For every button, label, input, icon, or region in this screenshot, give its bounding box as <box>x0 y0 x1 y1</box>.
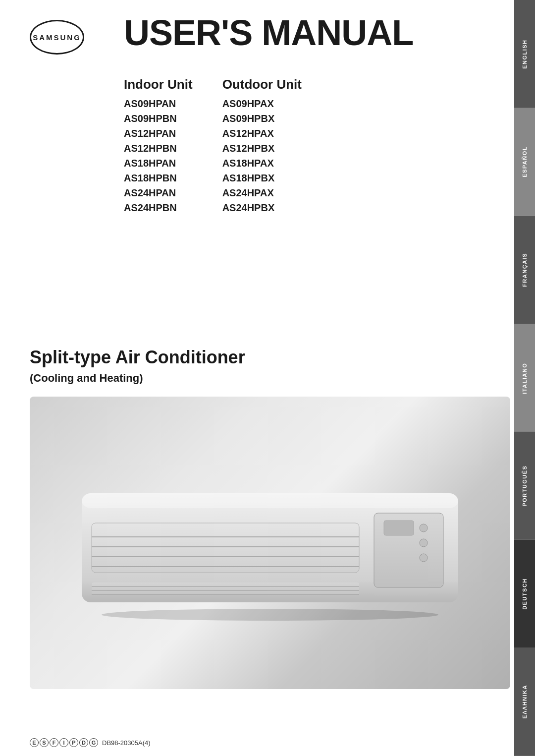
logo-oval: SAMSUNG <box>30 20 84 55</box>
tab-english-label: ENGLISH <box>522 39 528 68</box>
tab-greek[interactable]: ΕΛΛΗΝΙΚΑ <box>514 648 535 756</box>
product-title: Split-type Air Conditioner <box>30 347 510 368</box>
footer-icon-s: S <box>40 738 49 747</box>
models-area: Indoor Unit AS09HPAN AS09HPBN AS12HPAN A… <box>124 77 510 215</box>
svg-point-12 <box>420 554 428 562</box>
language-sidebar: ENGLISH ESPAÑOL FRANÇAIS ITALIANO PORTUG… <box>514 0 535 756</box>
footer-doc-number: DB98-20305A(4) <box>102 739 151 747</box>
footer-icon-p: P <box>69 738 78 747</box>
indoor-model-3: AS12HPAN <box>124 126 193 141</box>
svg-point-11 <box>420 539 428 547</box>
ac-unit-svg <box>67 464 473 622</box>
outdoor-model-3: AS12HPAX <box>222 126 302 141</box>
samsung-logo: SAMSUNG <box>30 20 84 55</box>
tab-portugues[interactable]: PORTUGUÊS <box>514 432 535 540</box>
title-area: USER'S MANUAL <box>124 15 510 51</box>
tab-english[interactable]: ENGLISH <box>514 0 535 108</box>
page-wrapper: ENGLISH ESPAÑOL FRANÇAIS ITALIANO PORTUG… <box>0 0 535 756</box>
svg-point-10 <box>420 524 428 532</box>
outdoor-model-1: AS09HPAX <box>222 96 302 111</box>
product-subtitle: (Cooling and Heating) <box>30 372 510 385</box>
tab-italiano-label: ITALIANO <box>522 362 528 394</box>
indoor-unit-column: Indoor Unit AS09HPAN AS09HPBN AS12HPAN A… <box>124 77 193 215</box>
tab-portugues-label: PORTUGUÊS <box>522 465 528 507</box>
logo-area: SAMSUNG <box>30 20 84 55</box>
tab-francais[interactable]: FRANÇAIS <box>514 216 535 324</box>
indoor-model-4: AS12HPBN <box>124 141 193 156</box>
footer-icon-d: D <box>79 738 88 747</box>
main-title: USER'S MANUAL <box>124 15 510 51</box>
outdoor-model-7: AS24HPAX <box>222 185 302 200</box>
outdoor-unit-heading: Outdoor Unit <box>222 77 302 92</box>
footer-icon-i: I <box>59 738 68 747</box>
outdoor-model-2: AS09HPBX <box>222 111 302 126</box>
svg-point-0 <box>102 609 438 621</box>
svg-rect-13 <box>92 582 359 595</box>
indoor-model-6: AS18HPBN <box>124 171 193 185</box>
footer-icon-g: G <box>89 738 98 747</box>
product-title-area: Split-type Air Conditioner (Cooling and … <box>30 347 510 385</box>
indoor-model-7: AS24HPAN <box>124 185 193 200</box>
footer-icon-e: E <box>30 738 39 747</box>
outdoor-model-8: AS24HPBX <box>222 200 302 215</box>
indoor-model-1: AS09HPAN <box>124 96 193 111</box>
outdoor-model-4: AS12HPBX <box>222 141 302 156</box>
indoor-model-8: AS24HPBN <box>124 200 193 215</box>
tab-deutsch[interactable]: DEUTSCH <box>514 540 535 648</box>
indoor-unit-heading: Indoor Unit <box>124 77 193 92</box>
outdoor-unit-column: Outdoor Unit AS09HPAX AS09HPBX AS12HPAX … <box>222 77 302 215</box>
indoor-model-5: AS18HPAN <box>124 156 193 171</box>
tab-espanol-label: ESPAÑOL <box>522 146 528 177</box>
footer-icons: E S F I P D G <box>30 738 98 747</box>
tab-deutsch-label: DEUTSCH <box>522 578 528 610</box>
logo-text: SAMSUNG <box>33 33 81 42</box>
indoor-model-2: AS09HPBN <box>124 111 193 126</box>
tab-francais-label: FRANÇAIS <box>522 253 528 287</box>
footer-icon-f: F <box>50 738 58 747</box>
product-image <box>30 397 510 689</box>
tab-italiano[interactable]: ITALIANO <box>514 324 535 432</box>
footer-area: E S F I P D G DB98-20305A(4) <box>30 738 510 747</box>
ac-unit-container <box>54 426 486 660</box>
tab-greek-label: ΕΛΛΗΝΙΚΑ <box>522 685 528 719</box>
outdoor-model-5: AS18HPAX <box>222 156 302 171</box>
outdoor-model-6: AS18HPBX <box>222 171 302 185</box>
svg-rect-3 <box>92 523 359 573</box>
svg-rect-9 <box>384 521 414 535</box>
tab-espanol[interactable]: ESPAÑOL <box>514 108 535 216</box>
svg-rect-2 <box>82 493 458 508</box>
